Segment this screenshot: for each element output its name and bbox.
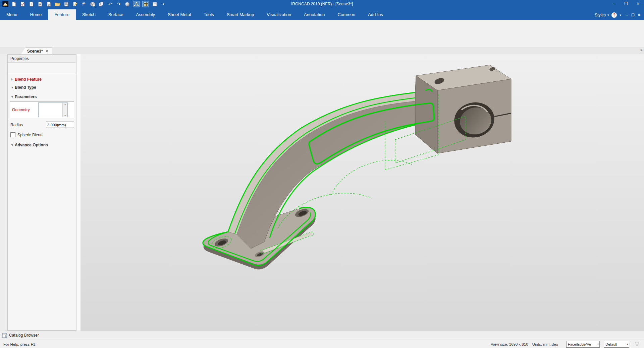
left-tool-strip (0, 54, 7, 331)
geometry-row: Geometry ▲ ▼ (10, 101, 74, 118)
help-dropdown-arrow[interactable]: ▾ (620, 13, 621, 17)
catalog-icon[interactable] (142, 1, 149, 7)
catalog-browser-icon (2, 333, 7, 338)
title-bar: I@↶↷▾ IRONCAD 2019 (NFR) - [Scene3*] ─❐✕ (0, 0, 644, 8)
ironcad-logo[interactable] (2, 1, 8, 7)
parameters-header: Parameters (15, 94, 37, 99)
ribbon-tab-surface[interactable]: Surface (102, 9, 130, 20)
advance-options-header: Advance Options (15, 143, 48, 147)
document-tab-bar: Scene3* ✕ ▾ (0, 47, 644, 55)
units-text: Units: mm, deg (532, 342, 558, 346)
minimize-button[interactable]: ─ (608, 0, 620, 8)
parameters-header-row[interactable]: Parameters (8, 93, 76, 100)
properties-panel: Properties Blend Feature Blend Type Para… (7, 54, 76, 331)
spheric-blend-label: Spheric Blend (17, 133, 43, 137)
insert-part-icon[interactable] (89, 1, 96, 7)
shrinkwrap-icon[interactable] (80, 1, 87, 7)
radius-label: Radius (10, 123, 23, 127)
ribbon-tab-feature[interactable]: Feature (48, 9, 76, 20)
blend-feature-label: Blend Feature (15, 77, 42, 82)
properties-toolbar (8, 63, 76, 74)
cad-model[interactable] (204, 65, 511, 269)
spheric-blend-row[interactable]: Spheric Blend (8, 131, 76, 138)
drawing-document-icon[interactable] (37, 1, 43, 7)
window-title: IRONCAD 2019 (NFR) - [Scene3*] (291, 2, 353, 6)
collapse-triangle-icon[interactable] (11, 78, 13, 81)
quick-access-toolbar: I@↶↷▾ (0, 1, 167, 7)
document-tab-overflow-icon[interactable]: ▾ (640, 48, 642, 52)
ribbon-tab-bar: MenuHomeFeatureSketchSurfaceAssemblyShee… (0, 8, 644, 20)
qat-more-icon[interactable]: ▾ (160, 1, 167, 7)
panel-gutter (76, 54, 80, 331)
status-bar: For Help, press F1 View size: 1690 x 810… (0, 340, 644, 348)
copy-icon[interactable] (98, 1, 104, 7)
properties-panel-header: Properties (8, 55, 76, 63)
triball-icon[interactable] (133, 1, 140, 7)
ribbon-tab-visualization[interactable]: Visualization (260, 9, 298, 20)
ribbon-tab-sheet-metal[interactable]: Sheet Metal (161, 9, 197, 20)
properties-panel-title: Properties (10, 56, 29, 61)
ribbon-tab-menu[interactable]: Menu (0, 9, 24, 20)
ribbon-tab-common[interactable]: Common (331, 9, 362, 20)
expand-triangle-icon[interactable] (11, 96, 13, 98)
scroll-down-icon[interactable]: ▼ (64, 114, 66, 117)
edit-sketch-icon[interactable] (72, 1, 78, 7)
svg-text:I: I (31, 3, 32, 6)
geometry-list-scrollbar[interactable]: ▲ ▼ (62, 103, 67, 117)
selection-filter-dropdown[interactable]: Face/Edge/Ve ▾ (566, 341, 600, 348)
email-document-icon[interactable]: @ (46, 1, 52, 7)
svg-text:@: @ (48, 3, 50, 6)
scene-canvas[interactable] (76, 54, 644, 331)
close-button[interactable]: ✕ (632, 0, 644, 8)
radius-row: Radius (8, 118, 76, 128)
scroll-up-icon[interactable]: ▲ (64, 103, 66, 106)
view-size-text: View size: 1690 x 810 (491, 342, 528, 346)
status-help-text: For Help, press F1 (0, 342, 35, 346)
render-style-arrow-icon: ▾ (627, 343, 628, 346)
import-document-icon[interactable] (19, 1, 26, 7)
template-document-icon[interactable]: I (28, 1, 35, 7)
restore-button[interactable]: ❐ (620, 0, 632, 8)
advance-options-header-row[interactable]: Advance Options (8, 142, 76, 148)
mdi-close-button[interactable]: ✕ (636, 13, 642, 17)
ribbon (0, 20, 644, 47)
render-sphere-icon[interactable] (124, 1, 130, 7)
radius-input[interactable] (46, 122, 74, 128)
document-tab-scene3[interactable]: Scene3* ✕ (21, 47, 52, 55)
configurations-icon[interactable] (633, 340, 641, 348)
ribbon-tab-smart-markup[interactable]: Smart Markup (220, 9, 261, 20)
ribbon-tab-sketch[interactable]: Sketch (76, 9, 102, 20)
styles-dropdown[interactable]: Styles ▾ (595, 13, 609, 17)
document-tab-close-icon[interactable]: ✕ (46, 49, 49, 53)
window-buttons: ─❐✕ (608, 0, 644, 8)
ribbon-tab-tools[interactable]: Tools (197, 9, 220, 20)
ribbon-tab-add-ins[interactable]: Add-Ins (362, 9, 389, 20)
blend-feature-row[interactable]: Blend Feature (8, 76, 76, 83)
ironcad-window: I@↶↷▾ IRONCAD 2019 (NFR) - [Scene3*] ─❐✕… (0, 0, 644, 348)
blend-type-header-row[interactable]: Blend Type (8, 84, 76, 91)
viewport-3d[interactable] (76, 54, 644, 331)
save-icon[interactable] (63, 1, 69, 7)
geometry-listbox[interactable]: ▲ ▼ (38, 102, 68, 117)
expand-triangle-icon[interactable] (11, 87, 13, 88)
catalog-browser-label: Catalog Browser (9, 333, 39, 338)
help-icon[interactable]: ? (611, 12, 617, 18)
selection-filter-arrow-icon: ▾ (597, 343, 599, 346)
ribbon-tab-annotation[interactable]: Annotation (298, 9, 331, 20)
geometry-label: Geometry (10, 108, 38, 112)
undo-icon[interactable]: ↶ (107, 1, 113, 7)
expand-triangle-icon[interactable] (11, 144, 13, 146)
render-style-dropdown[interactable]: Default ▾ (604, 341, 629, 348)
properties-list-icon[interactable] (152, 1, 158, 7)
new-document-icon[interactable] (11, 1, 17, 7)
ribbon-tab-home[interactable]: Home (24, 9, 48, 20)
ribbon-tab-assembly[interactable]: Assembly (130, 9, 161, 20)
spheric-blend-checkbox[interactable] (10, 132, 15, 137)
blend-type-header: Blend Type (15, 85, 36, 90)
catalog-browser-bar[interactable]: Catalog Browser (0, 331, 644, 340)
styles-dropdown-arrow: ▾ (607, 13, 609, 17)
mdi-minimize-button[interactable]: ─ (624, 13, 630, 17)
redo-icon[interactable]: ↷ (115, 1, 122, 7)
mdi-restore-button[interactable]: ❐ (630, 13, 636, 17)
open-icon[interactable] (54, 1, 61, 7)
